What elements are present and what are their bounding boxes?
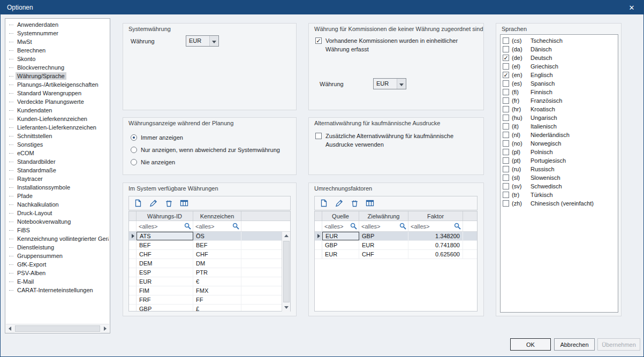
- alternative-currency-row[interactable]: Zusätzliche Alternativwährung für kaufmä…: [315, 132, 478, 149]
- table-row[interactable]: CHFCHF: [129, 250, 290, 259]
- sidebar-item[interactable]: Nachkalkulation: [6, 200, 109, 209]
- table-view-icon[interactable]: [364, 198, 376, 209]
- chevron-down-icon[interactable]: [397, 79, 406, 89]
- language-item[interactable]: (no)Norwegisch: [501, 139, 618, 148]
- table-cell[interactable]: ATS: [137, 232, 193, 240]
- language-checkbox[interactable]: [503, 106, 509, 112]
- table-cell[interactable]: ÖS: [193, 232, 241, 240]
- language-item[interactable]: (zh)Chinesisch (vereinfacht): [501, 199, 618, 208]
- titlebar[interactable]: Optionen ✕: [1, 1, 643, 14]
- delete-record-icon[interactable]: [163, 198, 175, 209]
- table-row[interactable]: EURGBP1.348200: [315, 232, 477, 241]
- commission-uniform-currency-row[interactable]: ✓ Vorhandene Kommissionen wurden in einh…: [315, 37, 478, 54]
- alternative-currency-checkbox[interactable]: [315, 133, 322, 139]
- sidebar-item[interactable]: Schnittstellen: [6, 132, 109, 140]
- ok-button[interactable]: OK: [510, 338, 551, 351]
- table-row[interactable]: BEFBEF: [129, 241, 290, 250]
- scroll-down-icon[interactable]: [282, 303, 291, 312]
- table-cell[interactable]: BEF: [193, 241, 241, 249]
- table-view-icon[interactable]: [178, 198, 190, 209]
- scroll-right-icon[interactable]: [101, 324, 109, 333]
- new-record-icon[interactable]: [132, 198, 143, 209]
- scroll-up-icon[interactable]: [282, 232, 291, 240]
- radio-option[interactable]: Nur anzeigen, wenn abweichend zur System…: [131, 143, 280, 156]
- language-checkbox[interactable]: [503, 200, 509, 207]
- table-row[interactable]: GBPEUR0.741800: [315, 241, 477, 250]
- language-item[interactable]: (sv)Schwedisch: [501, 182, 618, 191]
- language-item[interactable]: (fi)Finnisch: [501, 88, 618, 96]
- table-row[interactable]: FIMFMX: [129, 286, 290, 295]
- language-checkbox[interactable]: [503, 46, 509, 52]
- language-item[interactable]: (cs)Tschechisch: [501, 36, 618, 45]
- radio-option[interactable]: Immer anzeigen: [131, 131, 280, 143]
- language-checkbox[interactable]: ✓: [503, 55, 509, 61]
- filter-cell[interactable]: <alles>: [408, 221, 463, 231]
- language-item[interactable]: (fr)Französisch: [501, 96, 618, 105]
- language-item[interactable]: (sl)Slowenisch: [501, 173, 618, 182]
- commission-uniform-currency-checkbox[interactable]: ✓: [315, 37, 322, 44]
- table-cell[interactable]: FF: [193, 295, 241, 304]
- sidebar-item[interactable]: Sonstiges: [6, 140, 109, 149]
- table-row[interactable]: EURCHF0.625600: [315, 250, 477, 259]
- table-cell[interactable]: CHF: [359, 250, 408, 259]
- language-item[interactable]: (nl)Niederländisch: [501, 131, 618, 139]
- table-cell[interactable]: GBP: [359, 232, 408, 240]
- sidebar-item[interactable]: Berechnen: [6, 46, 109, 55]
- sidebar-item[interactable]: Währung/Sprache: [6, 72, 109, 80]
- table-cell[interactable]: £: [193, 305, 241, 312]
- system-currency-select[interactable]: EUR: [186, 35, 219, 47]
- language-item[interactable]: (pt)Portugiesisch: [501, 156, 618, 165]
- filter-cell[interactable]: <alles>: [193, 221, 241, 231]
- language-checkbox[interactable]: [503, 140, 509, 147]
- table-cell[interactable]: €: [193, 277, 241, 286]
- sidebar-item[interactable]: Verdeckte Planungswerte: [6, 97, 109, 106]
- column-header[interactable]: Währungs-ID: [137, 211, 193, 221]
- sidebar-item[interactable]: Pfade: [6, 192, 109, 200]
- table-cell[interactable]: PTR: [193, 268, 241, 277]
- table-cell[interactable]: FMX: [193, 286, 241, 295]
- language-checkbox[interactable]: [503, 63, 509, 70]
- new-record-icon[interactable]: [317, 198, 329, 209]
- table-cell[interactable]: FRF: [137, 295, 193, 304]
- language-checkbox[interactable]: [503, 123, 509, 130]
- sidebar-item[interactable]: Standardbilder: [6, 157, 109, 166]
- sidebar-item[interactable]: Notebookverwaltung: [6, 217, 109, 226]
- table-cell[interactable]: GBP: [322, 241, 359, 249]
- language-item[interactable]: (it)Italienisch: [501, 122, 618, 131]
- currency-table-scrollbar[interactable]: [282, 232, 290, 312]
- scrollbar-thumb[interactable]: [283, 241, 290, 302]
- sidebar-item[interactable]: CARAT-Interneteinstellungen: [6, 286, 109, 294]
- sidebar-item[interactable]: Skonto: [6, 55, 109, 63]
- table-cell[interactable]: GBP: [137, 305, 193, 312]
- table-row[interactable]: GBP£: [129, 305, 290, 312]
- radio-option[interactable]: Nie anzeigen: [131, 156, 280, 168]
- sidebar-item[interactable]: Standardmaße: [6, 166, 109, 174]
- table-row[interactable]: ATSÖS: [129, 232, 290, 241]
- table-cell[interactable]: 1.348200: [408, 232, 463, 240]
- language-item[interactable]: ✓(en)Englisch: [501, 71, 618, 79]
- sidebar-item[interactable]: Systemnummer: [6, 29, 109, 37]
- sidebar-item[interactable]: Kennzeichnung vollintegrierter Geräte: [6, 234, 109, 243]
- language-item[interactable]: (hu)Ungarisch: [501, 113, 618, 122]
- search-icon[interactable]: [232, 223, 239, 230]
- table-cell[interactable]: EUR: [359, 241, 408, 249]
- language-item[interactable]: (hr)Kroatisch: [501, 105, 618, 113]
- delete-record-icon[interactable]: [348, 198, 360, 209]
- table-cell[interactable]: CHF: [193, 250, 241, 259]
- commission-currency-select[interactable]: EUR: [373, 78, 406, 89]
- sidebar-item[interactable]: PSV-Alben: [6, 269, 109, 277]
- sidebar-horizontal-scrollbar[interactable]: [6, 324, 109, 332]
- filter-cell[interactable]: <alles>: [322, 221, 359, 231]
- language-checkbox[interactable]: [503, 166, 509, 172]
- chevron-down-icon[interactable]: [209, 36, 218, 46]
- language-item[interactable]: (pl)Polnisch: [501, 148, 618, 156]
- table-cell[interactable]: DEM: [137, 259, 193, 268]
- table-cell[interactable]: DM: [193, 259, 241, 268]
- sidebar-item[interactable]: Druck-Layout: [6, 209, 109, 217]
- language-checkbox[interactable]: [503, 183, 509, 189]
- close-icon[interactable]: ✕: [626, 4, 637, 12]
- sidebar-item[interactable]: MwSt: [6, 37, 109, 46]
- search-icon[interactable]: [350, 223, 357, 230]
- language-checkbox[interactable]: ✓: [503, 72, 509, 78]
- table-cell[interactable]: CHF: [137, 250, 193, 259]
